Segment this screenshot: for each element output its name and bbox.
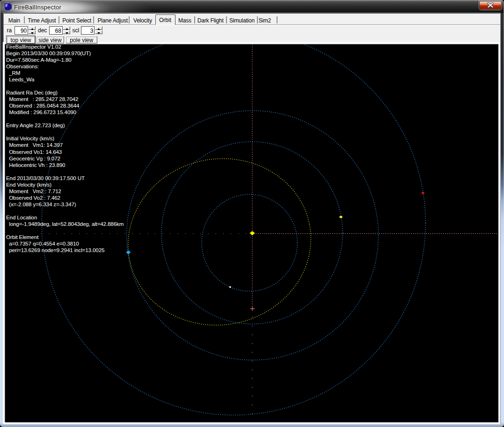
- svg-text:F: F: [6, 3, 8, 8]
